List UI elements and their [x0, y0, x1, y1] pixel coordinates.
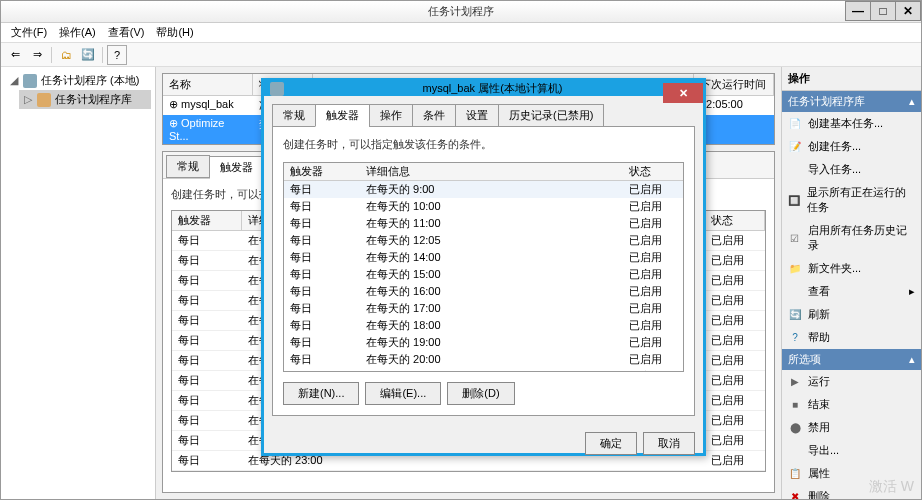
dialog-title-bar[interactable]: mysql_bak 属性(本地计算机) ✕ [264, 81, 703, 96]
table-row[interactable]: 每日在每天的 19:00已启用 [284, 334, 683, 351]
chevron-right-icon: ▸ [909, 285, 915, 298]
action-item[interactable]: 🔲显示所有正在运行的任务 [782, 181, 921, 219]
dt-col-detail[interactable]: 详细信息 [360, 163, 623, 180]
table-row[interactable]: 每日在每天的 17:00已启用 [284, 300, 683, 317]
dialog-close-button[interactable]: ✕ [663, 83, 703, 103]
action-icon: ? [788, 331, 802, 345]
action-icon: 🔄 [788, 308, 802, 322]
action-item[interactable]: ☑启用所有任务历史记录 [782, 219, 921, 257]
menu-item[interactable]: 查看(V) [102, 23, 151, 42]
dialog-tab[interactable]: 历史记录(已禁用) [498, 104, 604, 127]
action-item[interactable]: ?帮助 [782, 326, 921, 349]
table-row[interactable]: 每日在每天的 14:00已启用 [284, 249, 683, 266]
action-item[interactable]: 📝创建任务... [782, 135, 921, 158]
table-row[interactable]: 每日在每天的 23:00已启用 [284, 368, 683, 371]
action-icon: ▶ [788, 375, 802, 389]
table-row[interactable]: 每日在每天的 10:00已启用 [284, 198, 683, 215]
refresh-icon[interactable]: 🔄 [78, 45, 98, 65]
action-icon: 📁 [788, 262, 802, 276]
dt-col-status[interactable]: 状态 [623, 163, 683, 180]
action-item[interactable]: 📄创建基本任务... [782, 112, 921, 135]
table-row[interactable]: 每日在每天的 20:00已启用 [284, 351, 683, 368]
forward-icon[interactable]: ⇒ [27, 45, 47, 65]
minimize-button[interactable]: — [845, 1, 871, 21]
action-icon: 🔲 [788, 193, 801, 207]
dialog-tab[interactable]: 操作 [369, 104, 413, 127]
expand-icon[interactable]: ▷ [23, 93, 33, 106]
collapse-icon[interactable]: ◢ [9, 74, 19, 87]
col-next[interactable]: 下次运行时间 [694, 74, 774, 95]
maximize-button[interactable]: □ [870, 1, 896, 21]
edit-trigger-button[interactable]: 编辑(E)... [365, 382, 441, 405]
dialog-desc: 创建任务时，可以指定触发该任务的条件。 [283, 137, 684, 152]
tab[interactable]: 触发器 [209, 156, 264, 179]
collapse-icon[interactable]: ▴ [909, 95, 915, 108]
tree-child[interactable]: ▷ 任务计划程序库 [19, 90, 151, 109]
back-icon[interactable]: ⇐ [5, 45, 25, 65]
table-row[interactable]: 每日在每天的 15:00已启用 [284, 266, 683, 283]
watermark: 激活 W [869, 478, 914, 496]
bt-col-status[interactable]: 状态 [705, 211, 765, 230]
table-row[interactable]: 每日在每天的 16:00已启用 [284, 283, 683, 300]
action-icon: ☑ [788, 231, 802, 245]
table-row[interactable]: 每日在每天的 9:00已启用 [284, 181, 683, 198]
delete-trigger-button[interactable]: 删除(D) [447, 382, 514, 405]
actions-header: 操作 [782, 67, 921, 91]
dialog-tab[interactable]: 触发器 [315, 104, 370, 127]
window-title: 任务计划程序 [1, 4, 921, 19]
action-item[interactable]: 查看▸ [782, 280, 921, 303]
title-bar: 任务计划程序 — □ ✕ [1, 1, 921, 23]
action-icon: ⬤ [788, 421, 802, 435]
action-item[interactable]: 📁新文件夹... [782, 257, 921, 280]
menu-item[interactable]: 操作(A) [53, 23, 102, 42]
tree-panel: ◢ 任务计划程序 (本地) ▷ 任务计划程序库 [1, 67, 156, 499]
clock-icon [23, 74, 37, 88]
collapse-icon[interactable]: ▴ [909, 353, 915, 366]
properties-dialog: mysql_bak 属性(本地计算机) ✕ 常规触发器操作条件设置历史记录(已禁… [261, 78, 706, 456]
action-icon[interactable]: 🗂 [56, 45, 76, 65]
action-icon: 📄 [788, 117, 802, 131]
action-item[interactable]: ▶运行 [782, 370, 921, 393]
table-row[interactable]: 每日在每天的 12:05已启用 [284, 232, 683, 249]
tree-root[interactable]: ◢ 任务计划程序 (本地) [5, 71, 151, 90]
new-trigger-button[interactable]: 新建(N)... [283, 382, 359, 405]
action-icon [788, 285, 802, 299]
menu-item[interactable]: 帮助(H) [150, 23, 199, 42]
close-button[interactable]: ✕ [895, 1, 921, 21]
action-icon: 📋 [788, 467, 802, 481]
action-icon: 📝 [788, 140, 802, 154]
toolbar: ⇐ ⇒ 🗂 🔄 ? [1, 43, 921, 67]
action-icon [788, 163, 802, 177]
table-row[interactable]: 每日在每天的 18:00已启用 [284, 317, 683, 334]
dialog-tabs: 常规触发器操作条件设置历史记录(已禁用) [272, 104, 695, 127]
dialog-title: mysql_bak 属性(本地计算机) [288, 81, 697, 96]
actions-section-selected: 所选项▴ [782, 349, 921, 370]
action-icon: ■ [788, 398, 802, 412]
help-icon[interactable]: ? [107, 45, 127, 65]
col-name[interactable]: 名称 [163, 74, 253, 95]
menu-item[interactable]: 文件(F) [5, 23, 53, 42]
actions-section-library: 任务计划程序库▴ [782, 91, 921, 112]
ok-button[interactable]: 确定 [585, 432, 637, 455]
action-item[interactable]: ⬤禁用 [782, 416, 921, 439]
action-item[interactable]: 🔄刷新 [782, 303, 921, 326]
action-icon [788, 444, 802, 458]
bt-col-trigger[interactable]: 触发器 [172, 211, 242, 230]
tab[interactable]: 常规 [166, 155, 210, 178]
tree-child-label: 任务计划程序库 [55, 92, 132, 107]
action-item[interactable]: ■结束 [782, 393, 921, 416]
tree-root-label: 任务计划程序 (本地) [41, 73, 139, 88]
action-icon: ✖ [788, 490, 802, 500]
table-row[interactable]: 每日在每天的 11:00已启用 [284, 215, 683, 232]
dialog-tab[interactable]: 条件 [412, 104, 456, 127]
dialog-tab[interactable]: 常规 [272, 104, 316, 127]
dialog-tab[interactable]: 设置 [455, 104, 499, 127]
actions-panel: 操作 任务计划程序库▴ 📄创建基本任务...📝创建任务...导入任务...🔲显示… [781, 67, 921, 499]
dt-col-trigger[interactable]: 触发器 [284, 163, 360, 180]
dialog-icon [270, 82, 284, 96]
dialog-trigger-table: 触发器 详细信息 状态 每日在每天的 9:00已启用每日在每天的 10:00已启… [283, 162, 684, 372]
action-item[interactable]: 导出... [782, 439, 921, 462]
cancel-button[interactable]: 取消 [643, 432, 695, 455]
action-item[interactable]: 导入任务... [782, 158, 921, 181]
menu-bar: 文件(F)操作(A)查看(V)帮助(H) [1, 23, 921, 43]
